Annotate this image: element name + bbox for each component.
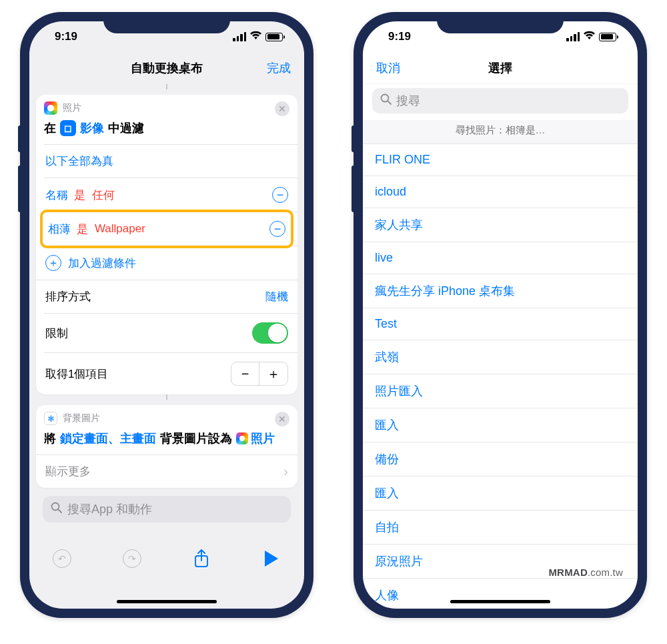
chevron-right-icon: › — [283, 464, 288, 479]
images-token[interactable]: 影像 — [80, 120, 104, 136]
action-title: 在 ◻ 影像 中過濾 — [36, 117, 297, 144]
plus-icon: ＋ — [45, 255, 61, 271]
add-filter-row[interactable]: ＋ 加入過濾條件 — [36, 246, 297, 280]
search-placeholder: 搜尋 — [396, 93, 420, 109]
album-item[interactable]: 家人共享 — [363, 208, 638, 242]
album-item[interactable]: FLIR ONE — [363, 144, 638, 176]
signal-icon — [566, 32, 580, 41]
stepper-minus[interactable]: − — [231, 362, 259, 385]
watermark: MRMAD.com.tw — [548, 567, 623, 578]
status-time: 9:19 — [388, 30, 411, 43]
connector — [36, 394, 297, 400]
notch — [437, 12, 564, 33]
wifi-icon — [583, 30, 596, 43]
nav-bar: 取消 選擇 — [363, 52, 638, 84]
album-list[interactable]: FLIR ONEicloud家人共享live瘋先生分享 iPhone 桌布集Te… — [363, 144, 638, 609]
search-placeholder: 搜尋App 和動作 — [67, 501, 152, 517]
close-icon[interactable]: ✕ — [275, 101, 289, 116]
screens-token[interactable]: 鎖定畫面、主畫面 — [60, 430, 156, 446]
action-title-2: 將 鎖定畫面、主畫面 背景圖片設為 照片 — [36, 428, 297, 454]
all-true-row[interactable]: 以下全部為真 — [36, 145, 297, 178]
album-item[interactable]: 備份 — [363, 442, 638, 476]
nav-title: 選擇 — [488, 60, 512, 76]
undo-button[interactable]: ↶ — [52, 549, 72, 569]
search-input[interactable]: 搜尋 — [372, 88, 628, 113]
card-badge: 背景圖片 — [63, 412, 100, 424]
settings-atom-icon: ✱ — [44, 412, 57, 425]
filter-row-album[interactable]: 相薄 是 Wallpaper − — [40, 210, 293, 248]
album-item[interactable]: live — [363, 242, 638, 274]
limit-toggle[interactable] — [252, 322, 288, 344]
play-icon — [265, 551, 278, 567]
sort-value[interactable]: 隨機 — [265, 289, 288, 304]
album-item[interactable]: 瘋先生分享 iPhone 桌布集 — [363, 274, 638, 308]
search-icon — [51, 502, 62, 517]
album-item[interactable]: 照片匯入 — [363, 374, 638, 408]
album-item[interactable]: 匯入 — [363, 408, 638, 442]
remove-filter-icon[interactable]: − — [269, 221, 285, 237]
card-badge: 照片 — [63, 102, 81, 114]
share-button[interactable] — [191, 549, 211, 569]
count-stepper[interactable]: − ＋ — [231, 362, 288, 386]
status-icons — [566, 30, 616, 43]
bottom-toolbar: ↶ ↷ — [29, 542, 304, 609]
limit-row: 限制 — [36, 314, 297, 352]
wifi-icon — [249, 30, 262, 43]
redo-button[interactable]: ↷ — [122, 549, 142, 569]
remove-filter-icon[interactable]: − — [272, 187, 288, 203]
nav-title: 自動更換桌布 — [131, 60, 203, 76]
status-icons — [233, 30, 283, 43]
section-header: 尋找照片：相簿是… — [363, 120, 638, 144]
search-icon — [380, 93, 392, 108]
card-header: 照片 ✕ — [36, 95, 297, 117]
notch — [103, 12, 230, 33]
album-item[interactable]: 人像 — [363, 579, 638, 609]
album-item[interactable]: 自拍 — [363, 511, 638, 545]
battery-icon — [265, 33, 283, 41]
stepper-plus[interactable]: ＋ — [259, 362, 287, 385]
photos-filter-card: 照片 ✕ 在 ◻ 影像 中過濾 以下全部為真 名稱 是 任何 — [36, 95, 297, 394]
photo-token[interactable]: 照片 — [251, 430, 275, 446]
card-header: ✱ 背景圖片 ✕ — [36, 405, 297, 428]
content-area: 照片 ✕ 在 ◻ 影像 中過濾 以下全部為真 名稱 是 任何 — [29, 84, 304, 542]
show-more-row[interactable]: 顯示更多 › — [36, 455, 297, 488]
images-icon: ◻ — [60, 120, 76, 136]
screen-right: 9:19 取消 選擇 搜尋 尋找照片：相簿是… FLIR ONEicloud家人… — [363, 21, 638, 609]
phone-left: 9:19 自動更換桌布 完成 照片 ✕ 在 — [20, 12, 313, 618]
home-indicator[interactable] — [450, 600, 550, 603]
phone-right: 9:19 取消 選擇 搜尋 尋找照片：相簿是… FLIR ONEicloud家人… — [354, 12, 647, 618]
album-item[interactable]: icloud — [363, 176, 638, 208]
photos-app-icon — [44, 101, 57, 115]
status-time: 9:19 — [55, 30, 77, 43]
signal-icon — [233, 32, 246, 41]
album-item[interactable]: Test — [363, 308, 638, 340]
svg-line-1 — [58, 509, 61, 513]
close-icon[interactable]: ✕ — [275, 412, 289, 426]
get-count-row: 取得1個項目 − ＋ — [36, 353, 297, 394]
album-item[interactable]: 武嶺 — [363, 340, 638, 374]
home-indicator[interactable] — [117, 600, 217, 603]
filter-row-name[interactable]: 名稱 是 任何 − — [36, 178, 297, 212]
run-button[interactable] — [261, 549, 281, 569]
done-button[interactable]: 完成 — [267, 60, 291, 76]
cancel-button[interactable]: 取消 — [376, 60, 400, 76]
connector — [36, 84, 297, 89]
sort-row[interactable]: 排序方式 隨機 — [36, 280, 297, 313]
search-input[interactable]: 搜尋App 和動作 — [43, 496, 291, 523]
wallpaper-card: ✱ 背景圖片 ✕ 將 鎖定畫面、主畫面 背景圖片設為 照片 顯示更多 › — [36, 405, 297, 488]
photos-app-icon — [236, 432, 248, 444]
screen-left: 9:19 自動更換桌布 完成 照片 ✕ 在 — [29, 21, 304, 609]
svg-line-4 — [388, 101, 391, 104]
battery-icon — [599, 33, 616, 41]
nav-bar: 自動更換桌布 完成 — [29, 52, 304, 84]
album-item[interactable]: 匯入 — [363, 476, 638, 511]
